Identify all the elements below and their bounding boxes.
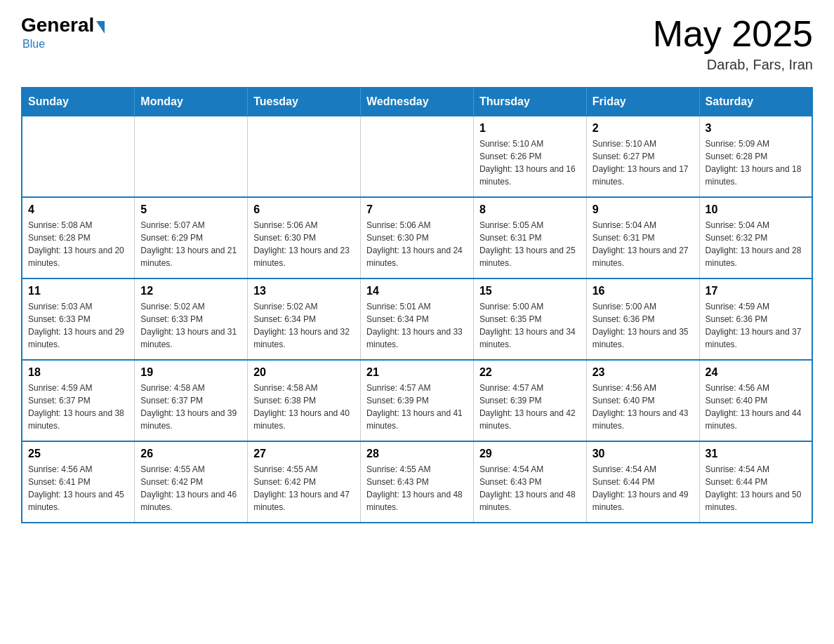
day-number: 11 [28,285,128,297]
day-info: Sunrise: 4:57 AM Sunset: 6:39 PM Dayligh… [366,382,468,432]
title-block: May 2025 Darab, Fars, Iran [653,14,813,73]
day-info: Sunrise: 4:59 AM Sunset: 6:37 PM Dayligh… [28,382,128,432]
calendar-cell: 1Sunrise: 5:10 AM Sunset: 6:26 PM Daylig… [473,116,586,197]
day-info: Sunrise: 5:09 AM Sunset: 6:28 PM Dayligh… [706,137,806,188]
day-info: Sunrise: 4:57 AM Sunset: 6:39 PM Dayligh… [479,382,581,432]
day-number: 13 [253,285,355,297]
day-number: 15 [479,285,581,297]
calendar-cell: 23Sunrise: 4:56 AM Sunset: 6:40 PM Dayli… [586,360,699,441]
weekday-header-saturday: Saturday [699,88,812,116]
logo: General Blue [21,14,105,51]
day-info: Sunrise: 4:55 AM Sunset: 6:42 PM Dayligh… [253,463,355,514]
day-info: Sunrise: 5:03 AM Sunset: 6:33 PM Dayligh… [28,300,128,351]
calendar-cell: 9Sunrise: 5:04 AM Sunset: 6:31 PM Daylig… [586,197,699,279]
calendar-cell: 3Sunrise: 5:09 AM Sunset: 6:28 PM Daylig… [699,116,812,197]
day-number: 14 [366,285,468,297]
day-number: 10 [706,203,806,216]
calendar-cell: 18Sunrise: 4:59 AM Sunset: 6:37 PM Dayli… [22,360,135,441]
weekday-header-thursday: Thursday [473,88,586,116]
calendar-cell: 7Sunrise: 5:06 AM Sunset: 6:30 PM Daylig… [361,197,474,279]
calendar-cell [248,116,361,197]
calendar-cell: 17Sunrise: 4:59 AM Sunset: 6:36 PM Dayli… [699,279,812,360]
day-number: 6 [253,203,355,216]
day-number: 18 [28,366,128,379]
weekday-header-tuesday: Tuesday [248,88,361,116]
day-number: 17 [706,285,806,297]
calendar-week-row: 25Sunrise: 4:56 AM Sunset: 6:41 PM Dayli… [22,441,812,523]
calendar-cell: 11Sunrise: 5:03 AM Sunset: 6:33 PM Dayli… [22,279,135,360]
weekday-header-monday: Monday [135,88,248,116]
day-info: Sunrise: 4:54 AM Sunset: 6:44 PM Dayligh… [706,463,806,514]
calendar-cell: 12Sunrise: 5:02 AM Sunset: 6:33 PM Dayli… [135,279,248,360]
calendar-week-row: 11Sunrise: 5:03 AM Sunset: 6:33 PM Dayli… [22,279,812,360]
day-info: Sunrise: 4:55 AM Sunset: 6:43 PM Dayligh… [366,463,468,514]
day-number: 21 [366,366,468,379]
day-info: Sunrise: 5:05 AM Sunset: 6:31 PM Dayligh… [479,219,581,269]
weekday-header-sunday: Sunday [22,88,135,116]
calendar-cell [22,116,135,197]
day-info: Sunrise: 4:56 AM Sunset: 6:40 PM Dayligh… [706,382,806,432]
day-number: 25 [28,448,128,460]
calendar-cell: 2Sunrise: 5:10 AM Sunset: 6:27 PM Daylig… [586,116,699,197]
day-number: 4 [28,203,128,216]
calendar-cell: 10Sunrise: 5:04 AM Sunset: 6:32 PM Dayli… [699,197,812,279]
day-info: Sunrise: 4:54 AM Sunset: 6:44 PM Dayligh… [593,463,694,514]
day-number: 28 [366,448,468,460]
day-info: Sunrise: 5:00 AM Sunset: 6:35 PM Dayligh… [479,300,581,351]
day-info: Sunrise: 4:56 AM Sunset: 6:40 PM Dayligh… [593,382,694,432]
day-number: 26 [140,448,241,460]
calendar-cell: 22Sunrise: 4:57 AM Sunset: 6:39 PM Dayli… [473,360,586,441]
calendar-table: SundayMondayTuesdayWednesdayThursdayFrid… [21,87,813,523]
calendar-cell: 21Sunrise: 4:57 AM Sunset: 6:39 PM Dayli… [361,360,474,441]
logo-general-text: General [21,14,94,36]
calendar-cell: 19Sunrise: 4:58 AM Sunset: 6:37 PM Dayli… [135,360,248,441]
calendar-cell: 5Sunrise: 5:07 AM Sunset: 6:29 PM Daylig… [135,197,248,279]
day-info: Sunrise: 5:04 AM Sunset: 6:31 PM Dayligh… [593,219,694,269]
day-info: Sunrise: 5:06 AM Sunset: 6:30 PM Dayligh… [366,219,468,269]
day-info: Sunrise: 5:10 AM Sunset: 6:27 PM Dayligh… [593,137,694,188]
day-number: 9 [593,203,694,216]
calendar-header-row: SundayMondayTuesdayWednesdayThursdayFrid… [22,88,812,116]
calendar-cell: 14Sunrise: 5:01 AM Sunset: 6:34 PM Dayli… [361,279,474,360]
day-info: Sunrise: 5:02 AM Sunset: 6:33 PM Dayligh… [140,300,241,351]
day-number: 24 [706,366,806,379]
day-number: 30 [593,448,694,460]
day-info: Sunrise: 5:04 AM Sunset: 6:32 PM Dayligh… [706,219,806,269]
calendar-cell: 6Sunrise: 5:06 AM Sunset: 6:30 PM Daylig… [248,197,361,279]
day-info: Sunrise: 5:01 AM Sunset: 6:34 PM Dayligh… [366,300,468,351]
logo-blue-text: Blue [22,38,45,51]
calendar-cell: 8Sunrise: 5:05 AM Sunset: 6:31 PM Daylig… [473,197,586,279]
day-number: 5 [140,203,241,216]
calendar-cell: 13Sunrise: 5:02 AM Sunset: 6:34 PM Dayli… [248,279,361,360]
day-number: 2 [593,122,694,135]
day-number: 27 [253,448,355,460]
calendar-cell: 28Sunrise: 4:55 AM Sunset: 6:43 PM Dayli… [361,441,474,523]
calendar-week-row: 18Sunrise: 4:59 AM Sunset: 6:37 PM Dayli… [22,360,812,441]
day-number: 16 [593,285,694,297]
day-number: 19 [140,366,241,379]
day-number: 3 [706,122,806,135]
month-year-title: May 2025 [653,14,813,54]
day-number: 23 [593,366,694,379]
day-number: 20 [253,366,355,379]
day-info: Sunrise: 4:58 AM Sunset: 6:38 PM Dayligh… [253,382,355,432]
day-info: Sunrise: 5:10 AM Sunset: 6:26 PM Dayligh… [479,137,581,188]
calendar-cell: 16Sunrise: 5:00 AM Sunset: 6:36 PM Dayli… [586,279,699,360]
day-number: 31 [706,448,806,460]
day-number: 12 [140,285,241,297]
day-info: Sunrise: 4:56 AM Sunset: 6:41 PM Dayligh… [28,463,128,514]
page-header: General Blue May 2025 Darab, Fars, Iran [21,14,813,73]
calendar-cell: 27Sunrise: 4:55 AM Sunset: 6:42 PM Dayli… [248,441,361,523]
day-info: Sunrise: 5:02 AM Sunset: 6:34 PM Dayligh… [253,300,355,351]
calendar-week-row: 1Sunrise: 5:10 AM Sunset: 6:26 PM Daylig… [22,116,812,197]
day-number: 1 [479,122,581,135]
calendar-cell: 20Sunrise: 4:58 AM Sunset: 6:38 PM Dayli… [248,360,361,441]
day-number: 7 [366,203,468,216]
calendar-cell: 24Sunrise: 4:56 AM Sunset: 6:40 PM Dayli… [699,360,812,441]
calendar-cell: 26Sunrise: 4:55 AM Sunset: 6:42 PM Dayli… [135,441,248,523]
calendar-week-row: 4Sunrise: 5:08 AM Sunset: 6:28 PM Daylig… [22,197,812,279]
day-info: Sunrise: 4:58 AM Sunset: 6:37 PM Dayligh… [140,382,241,432]
day-info: Sunrise: 5:00 AM Sunset: 6:36 PM Dayligh… [593,300,694,351]
weekday-header-friday: Friday [586,88,699,116]
calendar-cell: 4Sunrise: 5:08 AM Sunset: 6:28 PM Daylig… [22,197,135,279]
